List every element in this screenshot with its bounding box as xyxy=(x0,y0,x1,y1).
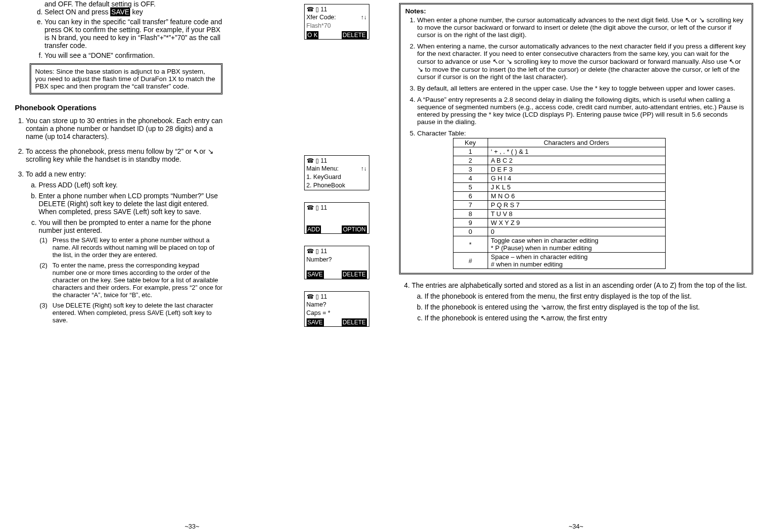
lcd-main-l3: 2. PhoneBook xyxy=(307,181,367,190)
lcd-name-icons: ☎ ▯ 11 xyxy=(307,293,367,301)
chars-7: P Q R S 7 xyxy=(488,201,665,210)
section-title: Phonebook Operations xyxy=(15,103,223,112)
softkey-save-1: SAVE xyxy=(307,270,324,278)
note-3: By default, all letters are entered in t… xyxy=(417,85,747,92)
save-chip: SAVE xyxy=(110,7,130,16)
notes-list: When enter a phone number, the cursor au… xyxy=(406,16,747,269)
chars-2: A B C 2 xyxy=(488,156,665,165)
step-3: To add a new entry: Press ADD (Left) sof… xyxy=(26,170,223,324)
key-0: 0 xyxy=(453,227,488,236)
tail-line: and OFF. The default setting is OFF. xyxy=(15,0,223,8)
key-9: 9 xyxy=(453,219,488,227)
lcd-number-l1: Number? xyxy=(307,256,367,264)
character-table: Key Characters and Orders 1‘ + , . * ( )… xyxy=(453,138,666,269)
key-6: 6 xyxy=(453,192,488,201)
lcd-addopt-icons: ☎ ▯ 11 xyxy=(307,204,367,212)
page-number-33: ~33~ xyxy=(184,523,199,530)
chars-4: G H I 4 xyxy=(488,174,665,183)
item-d-suffix: key xyxy=(130,8,143,16)
softkey-add: ADD xyxy=(307,225,321,233)
after-4b: If the phonebook is entered using the ↘a… xyxy=(425,303,754,311)
lcd-xfer-l2: Flash*70 xyxy=(307,22,367,30)
after-4-sub: If the phonebook is entered from the men… xyxy=(412,292,754,322)
page-spread: and OFF. The default setting is OFF. Sel… xyxy=(0,0,768,532)
note-5-lead: Character Table: xyxy=(417,130,466,137)
step-3c-2: (2)To enter the name, press the correspo… xyxy=(52,262,223,299)
step-3c: You will then be prompted to enter a nam… xyxy=(39,219,223,324)
lcd-name-l1: Name? xyxy=(307,301,367,309)
key-5: 5 xyxy=(453,183,488,192)
chars-8: T U V 8 xyxy=(488,210,665,219)
pbx-notes-box: Notes: Since the base station is adjunct… xyxy=(30,63,223,94)
lcd-xfer-arrows: ↑↓ xyxy=(361,13,367,21)
key-4: 4 xyxy=(453,174,488,183)
lcd-xfer: ☎ ▯ 11 Xfer Code:↑↓ Flash*70 O K DELETE xyxy=(304,4,369,40)
sublist-d-f: Select ON and press SAVE key You can key… xyxy=(15,8,223,59)
lcd-number-icons: ☎ ▯ 11 xyxy=(307,247,367,255)
after-notes-list: The entries are alphabetically sorted an… xyxy=(399,281,754,322)
step-3c-1: (1)Press the SAVE key to enter a phone n… xyxy=(52,236,223,259)
key-star: * xyxy=(453,236,488,253)
lcd-name: ☎ ▯ 11 Name? Caps = * SAVE DELETE xyxy=(304,291,369,327)
chars-5: J K L 5 xyxy=(488,183,665,192)
lcd-main-l1: Main Menu: xyxy=(307,165,339,172)
chars-0: 0 xyxy=(488,227,665,236)
step-3b: Enter a phone number when LCD prompts “N… xyxy=(39,192,223,216)
lcd-main-l2: 1. KeyGuard xyxy=(307,173,367,181)
key-3: 3 xyxy=(453,165,488,174)
chars-hash: Space – when in character editing # when… xyxy=(488,253,665,269)
lcd-name-l2: Caps = * xyxy=(307,309,367,317)
softkey-delete: DELETE xyxy=(342,31,367,39)
lcd-main-icons: ☎ ▯ 11 xyxy=(307,157,367,165)
item-d: Select ON and press SAVE key xyxy=(45,8,223,16)
after-4: The entries are alphabetically sorted an… xyxy=(412,281,754,322)
chars-6: M N O 6 xyxy=(488,192,665,201)
step-3c-3: (3)Use DELETE (Right) soft key to delete… xyxy=(52,302,223,324)
softkey-ok: O K xyxy=(307,31,319,39)
after-4c: If the phonebook is entered using the ↖a… xyxy=(425,314,754,322)
page-number-34: ~34~ xyxy=(569,523,584,530)
chars-9: W X Y Z 9 xyxy=(488,219,665,227)
lcd-mainmenu: ☎ ▯ 11 Main Menu:↑↓ 1. KeyGuard 2. Phone… xyxy=(304,155,369,190)
lcd-main-arrows: ↑↓ xyxy=(361,165,367,173)
softkey-save-2: SAVE xyxy=(307,318,324,326)
step-3-sub: Press ADD (Left) soft key. Enter a phone… xyxy=(26,181,223,324)
lcd-column: ☎ ▯ 11 Xfer Code:↑↓ Flash*70 O K DELETE … xyxy=(304,0,369,339)
page-34: Notes: When enter a phone number, the cu… xyxy=(384,0,768,532)
item-e: You can key in the specific “call transf… xyxy=(45,18,223,49)
softkey-delete-2: DELETE xyxy=(342,318,367,326)
th-chars: Characters and Orders xyxy=(488,138,665,147)
item-d-prefix: Select ON and press xyxy=(45,8,110,16)
key-1: 1 xyxy=(453,147,488,156)
step-3-lead: To add a new entry: xyxy=(26,170,86,178)
key-hash: # xyxy=(453,253,488,269)
after-4a: If the phonebook is entered from the men… xyxy=(425,292,754,300)
chars-3: D E F 3 xyxy=(488,165,665,174)
page-33: and OFF. The default setting is OFF. Sel… xyxy=(0,0,384,532)
chars-1: ‘ + , . * ( ) & 1 xyxy=(488,147,665,156)
phonebook-steps: You can store up to 30 entries in the ph… xyxy=(15,117,223,324)
notes-header: Notes: xyxy=(406,7,747,15)
step-3a: Press ADD (Left) soft key. xyxy=(39,181,223,189)
lcd-number: ☎ ▯ 11 Number? SAVE DELETE xyxy=(304,246,369,279)
key-8: 8 xyxy=(453,210,488,219)
chars-star: Toggle case when in character editing * … xyxy=(488,236,665,253)
note-4: A “Pause” entry represents a 2.8 second … xyxy=(417,96,747,126)
key-2: 2 xyxy=(453,156,488,165)
left-text-column: and OFF. The default setting is OFF. Sel… xyxy=(15,0,223,324)
key-7: 7 xyxy=(453,201,488,210)
note-2: When entering a name, the cursor automat… xyxy=(417,43,747,81)
note-1: When enter a phone number, the cursor au… xyxy=(417,16,747,39)
step-1: You can store up to 30 entries in the ph… xyxy=(26,117,223,140)
lcd-xfer-l1: Xfer Code: xyxy=(307,14,336,21)
lcd-addopt: ☎ ▯ 11 ADD OPTION xyxy=(304,202,369,234)
after-4-lead: The entries are alphabetically sorted an… xyxy=(412,281,747,289)
step-3c-lead: You will then be prompted to enter a nam… xyxy=(39,219,211,234)
item-f: You will see a “DONE” confirmation. xyxy=(45,51,223,59)
step-3c-paren: (1)Press the SAVE key to enter a phone n… xyxy=(39,236,223,324)
lcd-xfer-icons: ☎ ▯ 11 xyxy=(307,5,367,13)
th-key: Key xyxy=(453,138,488,147)
note-5: Character Table: Key Characters and Orde… xyxy=(417,130,747,269)
notes-box-right: Notes: When enter a phone number, the cu… xyxy=(399,3,754,274)
softkey-option: OPTION xyxy=(342,225,366,233)
